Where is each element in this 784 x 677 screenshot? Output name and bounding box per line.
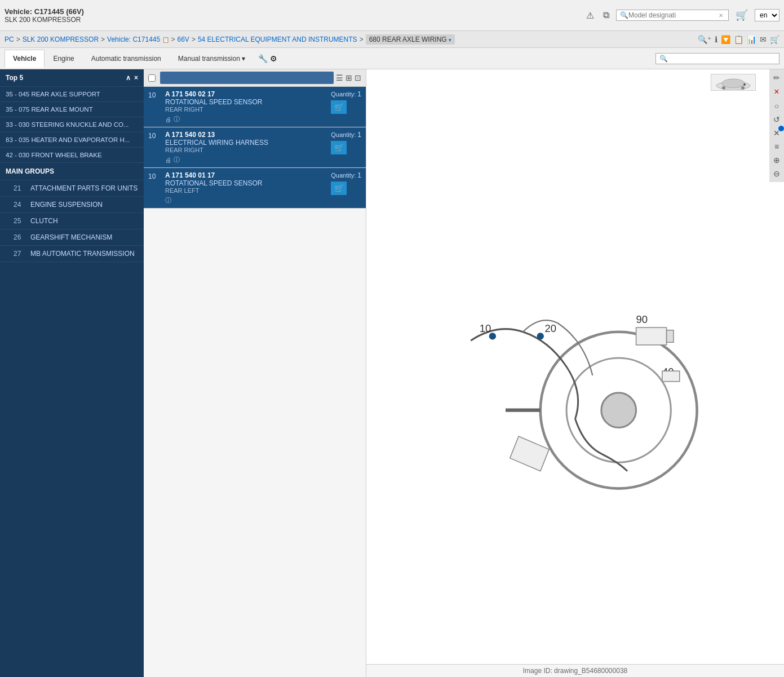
sidebar-group-25[interactable]: 25 CLUTCH	[0, 213, 144, 229]
info-btn[interactable]: ℹ	[715, 35, 717, 44]
diagram-zoomout-btn[interactable]: ⊖	[772, 167, 782, 180]
breadcrumb-pc[interactable]: PC	[5, 36, 14, 43]
breadcrumb-54[interactable]: 54 ELECTRICAL EQUIPMENT AND INSTRUMENTS	[198, 36, 357, 43]
diagram-close-btn[interactable]: ×	[772, 85, 782, 99]
svg-text:10: 10	[480, 322, 491, 334]
parts-list-body: 10 A 171 540 02 17 ROTATIONAL SPEED SENS…	[144, 87, 366, 677]
model-label: SLK 200 KOMPRESSOR	[5, 16, 84, 24]
tab-vehicle[interactable]: Vehicle	[5, 50, 45, 68]
parts-list-icons: ☰ ⊞ ⊡	[336, 73, 361, 82]
vehicle-info: Vehicle: C171445 (66V) SLK 200 KOMPRESSO…	[5, 7, 84, 24]
add-to-cart-btn-1[interactable]: 🛒	[331, 100, 347, 114]
mail-btn[interactable]: ✉	[760, 35, 767, 44]
part-number-3: A 171 540 01 17	[165, 171, 326, 179]
list-view-btn[interactable]: ☰	[336, 73, 343, 82]
top5-label: Top 5	[6, 74, 23, 82]
wis-btn[interactable]: 📊	[747, 35, 756, 44]
diagram-list-btn[interactable]: ≡	[772, 140, 782, 153]
breadcrumb-680[interactable]: 680 REAR AXLE WIRING ▾	[366, 34, 455, 45]
sidebar: Top 5 ∧ × 35 - 045 REAR AXLE SUPPORT 35 …	[0, 69, 144, 677]
qty-area-3: Quantity: 1 🛒	[331, 171, 361, 195]
part-icons-1: 🖨 ⓘ	[165, 115, 326, 123]
expand-view-btn[interactable]: ⊡	[355, 73, 361, 82]
settings-icon[interactable]: ⚙	[270, 54, 277, 63]
cart-toolbar-btn[interactable]: 🛒	[770, 35, 779, 44]
diagram-edit-btn[interactable]: ✏	[772, 72, 782, 84]
select-all-checkbox[interactable]	[148, 74, 156, 82]
svg-rect-16	[667, 330, 674, 343]
qty-label-1: Quantity: 1	[331, 90, 361, 98]
sidebar-group-21[interactable]: 21 ATTACHMENT PARTS FOR UNITS	[0, 180, 144, 197]
sidebar-item-3[interactable]: 33 - 030 STEERING KNUCKLE AND CO...	[0, 117, 144, 132]
sidebar-group-26[interactable]: 26 GEARSHIFT MECHANISM	[0, 229, 144, 246]
diagram-zoomin-btn[interactable]: ⊕	[772, 154, 782, 166]
add-to-cart-btn-3[interactable]: 🛒	[331, 182, 347, 195]
svg-point-10	[537, 333, 544, 339]
wrench-icon[interactable]: 🔧	[258, 54, 268, 63]
sidebar-item-5[interactable]: 42 - 030 FRONT WHEEL BRAKE	[0, 148, 144, 163]
close-icon[interactable]: ×	[134, 74, 138, 82]
qty-area-1: Quantity: 1 🛒	[331, 90, 361, 114]
parts-list-header: ☰ ⊞ ⊡	[144, 69, 366, 87]
sidebar-group-27[interactable]: 27 MB AUTOMATIC TRANSMISSION	[0, 246, 144, 262]
search-icon-small: 🔍	[620, 11, 628, 19]
part-icons-2: 🖨 ⓘ	[165, 156, 326, 164]
model-search-input[interactable]	[628, 11, 719, 19]
tab-manual[interactable]: Manual transmission ▾	[170, 50, 254, 68]
sidebar-item-4[interactable]: 83 - 035 HEATER AND EVAPORATOR H...	[0, 132, 144, 148]
svg-text:20: 20	[544, 322, 556, 334]
doc-icon-1[interactable]: 🖨	[165, 116, 171, 123]
filter-btn[interactable]: 🔽	[721, 35, 730, 44]
dot-indicator	[778, 126, 784, 131]
part-row-1: 10 A 171 540 02 17 ROTATIONAL SPEED SENS…	[144, 87, 366, 127]
info-icon-1[interactable]: ⓘ	[174, 115, 180, 123]
copy-icon[interactable]: ⧉	[601, 8, 612, 23]
top5-header-icons: ∧ ×	[126, 74, 138, 82]
print-btn[interactable]: 📋	[734, 35, 743, 44]
cart-button[interactable]: 🛒	[733, 7, 750, 24]
diagram-canvas: 10 20 90 40 70	[366, 69, 784, 664]
top-bar-right: ⚠ ⧉ 🔍 ✕ 🛒 en de	[584, 7, 779, 24]
sidebar-item-2[interactable]: 35 - 075 REAR AXLE MOUNT	[0, 102, 144, 117]
qty-label-2: Quantity: 1	[331, 131, 361, 139]
qty-area-2: Quantity: 1 🛒	[331, 131, 361, 154]
sidebar-group-24[interactable]: 24 ENGINE SUSPENSION	[0, 197, 144, 213]
diagram-undo-btn[interactable]: ↺	[772, 113, 782, 126]
top-bar: Vehicle: C171445 (66V) SLK 200 KOMPRESSO…	[0, 0, 784, 31]
vehicle-label: Vehicle: C171445 (66V)	[5, 7, 84, 16]
svg-rect-17	[662, 371, 680, 382]
breadcrumb-slk[interactable]: SLK 200 KOMPRESSOR	[23, 36, 99, 43]
tab-search-input[interactable]	[668, 55, 775, 63]
info-icon-2[interactable]: ⓘ	[174, 156, 180, 164]
language-select[interactable]: en de	[755, 9, 779, 21]
diagram-area: ✏ × ○ ↺ ✕ ≡ ⊕ ⊖	[366, 69, 784, 677]
parts-search-bar[interactable]	[160, 72, 334, 84]
zoom-in-btn[interactable]: 🔍⁺	[698, 35, 711, 44]
breadcrumb-66v[interactable]: 66V	[178, 36, 189, 43]
part-details-3: A 171 540 01 17 ROTATIONAL SPEED SENSOR …	[165, 171, 326, 205]
breadcrumb-vehicle[interactable]: Vehicle: C171445 📋	[107, 36, 169, 43]
tab-automatic[interactable]: Automatic transmission	[83, 50, 170, 68]
tab-engine[interactable]: Engine	[45, 50, 82, 68]
tab-search-box: 🔍	[655, 53, 779, 64]
tabs-row: Vehicle Engine Automatic transmission Ma…	[0, 48, 784, 69]
diagram-circle-btn[interactable]: ○	[772, 100, 782, 112]
collapse-icon[interactable]: ∧	[126, 74, 131, 82]
top5-header: Top 5 ∧ ×	[0, 69, 144, 87]
grid-view-btn[interactable]: ⊞	[346, 73, 352, 82]
breadcrumb-toolbar: 🔍⁺ ℹ 🔽 📋 📊 ✉ 🛒	[698, 35, 779, 44]
part-name-2: ELECTRICAL WIRING HARNESS	[165, 139, 326, 147]
image-id-label: Image ID: drawing_B54680000038	[523, 667, 627, 675]
warning-icon[interactable]: ⚠	[584, 8, 596, 23]
clear-search-icon[interactable]: ✕	[719, 12, 723, 19]
part-icons-3: ⓘ	[165, 196, 326, 205]
sidebar-item-1[interactable]: 35 - 045 REAR AXLE SUPPORT	[0, 87, 144, 102]
add-to-cart-btn-2[interactable]: 🛒	[331, 141, 347, 154]
part-desc-3: REAR LEFT	[165, 187, 326, 194]
model-search-box: 🔍 ✕	[616, 10, 729, 21]
diagram-toolbar: ✏ × ○ ↺ ✕ ≡ ⊕ ⊖	[769, 69, 784, 182]
info-icon-3[interactable]: ⓘ	[165, 196, 171, 205]
doc-icon-2[interactable]: 🖨	[165, 157, 171, 163]
part-row-3: 10 A 171 540 01 17 ROTATIONAL SPEED SENS…	[144, 168, 366, 209]
part-name-1: ROTATIONAL SPEED SENSOR	[165, 98, 326, 106]
